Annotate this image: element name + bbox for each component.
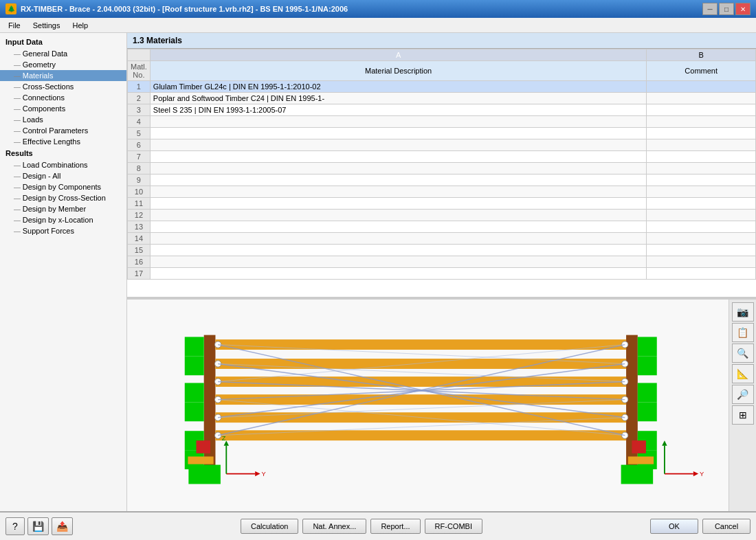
table-wrapper: A B Matl. No. Material Description Comme… <box>127 49 756 297</box>
viz-btn-camera[interactable]: 📷 <box>732 302 754 322</box>
viz-btn-measure[interactable]: 📐 <box>732 364 754 383</box>
sidebar-section-input: Input Data <box>0 36 126 48</box>
close-button[interactable]: ✕ <box>735 3 751 15</box>
sidebar: Input Data General Data Geometry Materia… <box>0 33 127 511</box>
row-material <box>150 116 647 128</box>
viz-canvas: Y Z Y <box>127 300 729 511</box>
table-row[interactable]: 16 <box>128 256 756 268</box>
report-button[interactable]: Report... <box>370 519 420 534</box>
row-comment <box>647 221 756 233</box>
row-comment <box>647 233 756 245</box>
menu-settings[interactable]: Settings <box>27 20 66 31</box>
row-num: 15 <box>128 245 151 256</box>
bottom-center-buttons: Calculation Nat. Annex... Report... RF-C… <box>77 519 646 534</box>
row-material <box>150 210 647 221</box>
row-num: 3 <box>128 104 151 116</box>
col-header-a[interactable]: A <box>150 49 647 61</box>
export-button[interactable]: 📤 <box>52 517 73 535</box>
right-panel: 1.3 Materials A B Matl. No. <box>127 33 756 511</box>
cancel-button[interactable]: Cancel <box>702 519 751 534</box>
sidebar-item-effective-lengths[interactable]: Effective Lengths <box>0 136 126 147</box>
menu-help[interactable]: Help <box>67 20 93 31</box>
table-row[interactable]: 12 <box>128 210 756 221</box>
table-row[interactable]: 7 <box>128 151 756 163</box>
sidebar-item-design-member[interactable]: Design by Member <box>0 203 126 214</box>
sidebar-item-geometry[interactable]: Geometry <box>0 59 126 70</box>
table-row[interactable]: 6 <box>128 139 756 151</box>
table-row[interactable]: 10 <box>128 186 756 198</box>
viz-btn-zoom-fit[interactable]: 🔎 <box>732 385 754 404</box>
sub-header-comment: Comment <box>647 61 756 81</box>
row-material: Poplar and Softwood Timber C24 | DIN EN … <box>150 93 647 104</box>
main-container: Input Data General Data Geometry Materia… <box>0 33 756 540</box>
table-row[interactable]: 1 Glulam Timber GL24c | DIN EN 1995-1-1:… <box>128 81 756 93</box>
rf-combi-button[interactable]: RF-COMBI <box>425 519 482 534</box>
minimize-button[interactable]: ─ <box>702 3 718 15</box>
row-comment <box>647 210 756 221</box>
row-material <box>150 221 647 233</box>
svg-rect-19 <box>215 339 626 350</box>
table-row[interactable]: 14 <box>128 233 756 245</box>
sidebar-item-cross-sections[interactable]: Cross-Sections <box>0 81 126 92</box>
viz-toolbar: 📷 📋 🔍 📐 🔎 ⊞ <box>729 300 756 511</box>
table-row[interactable]: 3 Steel S 235 | DIN EN 1993-1-1:2005-07 <box>128 104 756 116</box>
sidebar-item-components[interactable]: Components <box>0 103 126 114</box>
sidebar-item-control-parameters[interactable]: Control Parameters <box>0 125 126 136</box>
sidebar-item-design-x-location[interactable]: Design by x-Location <box>0 214 126 225</box>
table-row[interactable]: 13 <box>128 221 756 233</box>
table-row[interactable]: 11 <box>128 198 756 210</box>
row-material <box>150 175 647 186</box>
nat-annex-button[interactable]: Nat. Annex... <box>302 519 366 534</box>
table-row[interactable]: 8 <box>128 163 756 175</box>
row-material <box>150 163 647 175</box>
maximize-button[interactable]: □ <box>719 3 734 15</box>
row-num: 8 <box>128 163 151 175</box>
sidebar-item-design-components[interactable]: Design by Components <box>0 181 126 192</box>
sidebar-item-connections[interactable]: Connections <box>0 92 126 103</box>
viz-btn-copy[interactable]: 📋 <box>732 323 754 342</box>
row-comment <box>647 256 756 268</box>
sidebar-item-general-data[interactable]: General Data <box>0 48 126 59</box>
row-comment <box>647 245 756 256</box>
table-scroll[interactable]: A B Matl. No. Material Description Comme… <box>127 49 756 297</box>
table-row[interactable]: 5 <box>128 128 756 139</box>
row-comment <box>647 128 756 139</box>
row-material <box>150 186 647 198</box>
row-num: 14 <box>128 233 151 245</box>
row-comment <box>647 93 756 104</box>
table-row[interactable]: 15 <box>128 245 756 256</box>
row-comment <box>647 104 756 116</box>
row-material <box>150 151 647 163</box>
sidebar-item-loads[interactable]: Loads <box>0 114 126 125</box>
save-button[interactable]: 💾 <box>27 517 49 535</box>
row-comment <box>647 268 756 280</box>
table-row[interactable]: 9 <box>128 175 756 186</box>
row-num: 17 <box>128 268 151 280</box>
row-num: 4 <box>128 116 151 128</box>
sidebar-item-materials[interactable]: Materials <box>0 70 126 81</box>
table-row[interactable]: 17 <box>128 268 756 280</box>
row-num: 9 <box>128 175 151 186</box>
table-row[interactable]: 4 <box>128 116 756 128</box>
row-material: Steel S 235 | DIN EN 1993-1-1:2005-07 <box>150 104 647 116</box>
viz-btn-grid[interactable]: ⊞ <box>732 405 754 425</box>
sidebar-item-design-all[interactable]: Design - All <box>0 170 126 181</box>
sidebar-item-support-forces[interactable]: Support Forces <box>0 225 126 236</box>
ok-button[interactable]: OK <box>650 519 698 534</box>
table-row[interactable]: 2 Poplar and Softwood Timber C24 | DIN E… <box>128 93 756 104</box>
row-material: Glulam Timber GL24c | DIN EN 1995-1-1:20… <box>150 81 647 93</box>
svg-rect-22 <box>215 394 626 405</box>
help-button[interactable]: ? <box>5 517 25 535</box>
sidebar-item-design-cross-section[interactable]: Design by Cross-Section <box>0 192 126 203</box>
calculation-button[interactable]: Calculation <box>241 519 298 534</box>
svg-text:Y: Y <box>700 471 704 477</box>
svg-text:Y: Y <box>261 471 265 477</box>
svg-rect-16 <box>632 440 645 453</box>
content-area: Input Data General Data Geometry Materia… <box>0 33 756 511</box>
table-area: 1.3 Materials A B Matl. No. <box>127 33 756 298</box>
viz-btn-zoom-area[interactable]: 🔍 <box>732 344 754 363</box>
svg-rect-12 <box>638 402 657 421</box>
row-comment <box>647 139 756 151</box>
menu-file[interactable]: File <box>3 20 26 31</box>
sidebar-item-load-combinations[interactable]: Load Combinations <box>0 159 126 170</box>
